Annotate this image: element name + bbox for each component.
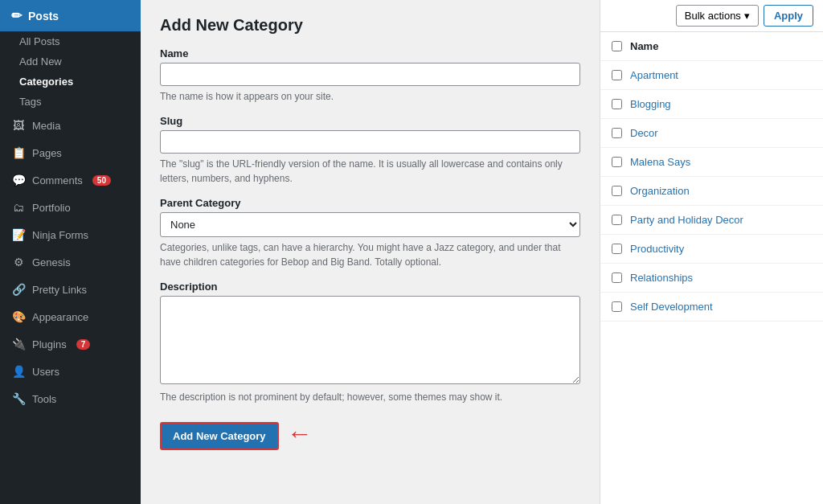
category-link[interactable]: Blogging <box>630 98 671 110</box>
sidebar-item-label: Comments <box>32 174 83 186</box>
description-group: Description The description is not promi… <box>160 281 580 404</box>
plugins-icon: 🔌 <box>11 338 26 350</box>
notification-badge: 50 <box>92 175 111 186</box>
category-checkbox[interactable] <box>612 244 622 254</box>
sidebar-item-ninja-forms[interactable]: 📝Ninja Forms <box>0 221 141 248</box>
sidebar-item-all-posts[interactable]: All Posts <box>0 31 141 51</box>
sidebar-item-comments[interactable]: 💬Comments50 <box>0 166 141 194</box>
sidebar-item-label: Ninja Forms <box>32 229 88 241</box>
sidebar-item-label: Users <box>32 366 59 378</box>
notification-badge: 7 <box>76 339 91 350</box>
media-icon: 🖼 <box>11 119 26 132</box>
comments-icon: 💬 <box>11 174 26 186</box>
add-button-row: Add New Category ← <box>160 416 580 450</box>
pretty-links-icon: 🔗 <box>11 283 26 296</box>
sidebar-item-label: Plugins <box>32 338 67 350</box>
ninja-forms-icon: 📝 <box>11 228 26 241</box>
category-checkbox[interactable] <box>612 215 622 225</box>
category-checkbox[interactable] <box>612 70 622 80</box>
sidebar-item-appearance[interactable]: 🎨Appearance <box>0 303 141 330</box>
form-area: Add New Category Name The name is how it… <box>141 0 600 504</box>
select-all-checkbox[interactable] <box>612 41 622 51</box>
sidebar-item-label: Appearance <box>32 311 88 323</box>
sidebar-item-label: Portfolio <box>32 202 71 214</box>
category-checkbox[interactable] <box>612 272 622 283</box>
list-item: Malena Says <box>600 148 823 177</box>
category-link[interactable]: Organization <box>630 185 690 197</box>
slug-hint: The "slug" is the URL-friendly version o… <box>160 157 580 186</box>
sidebar-item-label: Tools <box>32 393 56 405</box>
slug-group: Slug The "slug" is the URL-friendly vers… <box>160 115 580 186</box>
name-group: Name The name is how it appears on your … <box>160 47 580 104</box>
category-checkbox[interactable] <box>612 128 622 138</box>
category-link[interactable]: Relationships <box>630 272 693 284</box>
category-header-row: Name <box>600 32 823 61</box>
bulk-actions-button[interactable]: Bulk actions ▾ <box>676 5 759 27</box>
sidebar-item-genesis[interactable]: ⚙Genesis <box>0 248 141 276</box>
category-link[interactable]: Party and Holiday Decor <box>630 214 743 226</box>
sidebar-item-tags[interactable]: Tags <box>0 92 141 112</box>
sidebar-item-label: Media <box>32 120 60 132</box>
parent-select[interactable]: None <box>160 212 580 237</box>
name-hint: The name is how it appears on your site. <box>160 89 580 104</box>
sidebar-item-label: Pretty Links <box>32 284 87 296</box>
parent-hint: Categories, unlike tags, can have a hier… <box>160 240 580 269</box>
main-content: Add New Category Name The name is how it… <box>141 0 823 504</box>
right-panel: Bulk actions ▾ Apply Name ApartmentBlogg… <box>600 0 823 504</box>
slug-input[interactable] <box>160 130 580 154</box>
bulk-actions-label: Bulk actions <box>685 10 741 22</box>
category-checkbox[interactable] <box>612 186 622 196</box>
users-icon: 👤 <box>11 365 26 378</box>
category-list: ApartmentBloggingDecorMalena SaysOrganiz… <box>600 61 823 322</box>
category-checkbox[interactable] <box>612 301 622 312</box>
category-checkbox[interactable] <box>612 99 622 109</box>
posts-icon: ✏ <box>11 8 22 23</box>
sidebar-item-add-new[interactable]: Add New <box>0 51 141 72</box>
sidebar-item-media[interactable]: 🖼Media <box>0 112 141 139</box>
sidebar-item-label: Genesis <box>32 256 71 268</box>
genesis-icon: ⚙ <box>11 256 26 268</box>
description-textarea[interactable] <box>160 296 580 384</box>
list-item: Blogging <box>600 90 823 119</box>
description-label: Description <box>160 281 580 293</box>
sidebar-item-plugins[interactable]: 🔌Plugins7 <box>0 330 141 358</box>
category-link[interactable]: Malena Says <box>630 156 690 168</box>
sidebar-item-pretty-links[interactable]: 🔗Pretty Links <box>0 276 141 303</box>
category-link[interactable]: Self Development <box>630 301 713 313</box>
appearance-icon: 🎨 <box>11 310 26 323</box>
sidebar-item-label: Pages <box>32 147 62 159</box>
pages-icon: 📋 <box>11 146 26 159</box>
sidebar: ✏ Posts All PostsAdd NewCategoriesTags 🖼… <box>0 0 141 504</box>
list-item: Organization <box>600 177 823 206</box>
category-header-name: Name <box>630 40 658 52</box>
sidebar-item-tools[interactable]: 🔧Tools <box>0 385 141 412</box>
sidebar-posts-label: Posts <box>28 10 59 23</box>
portfolio-icon: 🗂 <box>11 201 26 214</box>
category-checkbox[interactable] <box>612 157 622 167</box>
list-item: Party and Holiday Decor <box>600 206 823 235</box>
category-link[interactable]: Productivity <box>630 243 684 255</box>
name-input[interactable] <box>160 63 580 86</box>
sidebar-item-users[interactable]: 👤Users <box>0 358 141 385</box>
sidebar-nav: 🖼Media📋Pages💬Comments50🗂Portfolio📝Ninja … <box>0 112 141 412</box>
sidebar-subitems: All PostsAdd NewCategoriesTags <box>0 31 141 112</box>
sidebar-item-pages[interactable]: 📋Pages <box>0 139 141 166</box>
list-item: Decor <box>600 119 823 148</box>
sidebar-posts-header[interactable]: ✏ Posts <box>0 0 141 31</box>
parent-label: Parent Category <box>160 197 580 209</box>
add-new-category-button[interactable]: Add New Category <box>160 422 279 450</box>
category-link[interactable]: Apartment <box>630 69 678 81</box>
list-item: Self Development <box>600 293 823 322</box>
arrow-icon: ← <box>287 420 313 446</box>
apply-button[interactable]: Apply <box>764 5 813 27</box>
right-toolbar: Bulk actions ▾ Apply <box>600 0 823 32</box>
category-link[interactable]: Decor <box>630 127 658 139</box>
slug-label: Slug <box>160 115 580 127</box>
list-item: Productivity <box>600 235 823 264</box>
sidebar-item-portfolio[interactable]: 🗂Portfolio <box>0 194 141 221</box>
sidebar-item-categories[interactable]: Categories <box>0 72 141 92</box>
page-title: Add New Category <box>160 16 580 35</box>
name-label: Name <box>160 47 580 59</box>
description-hint: The description is not prominent by defa… <box>160 390 580 404</box>
list-item: Relationships <box>600 264 823 293</box>
